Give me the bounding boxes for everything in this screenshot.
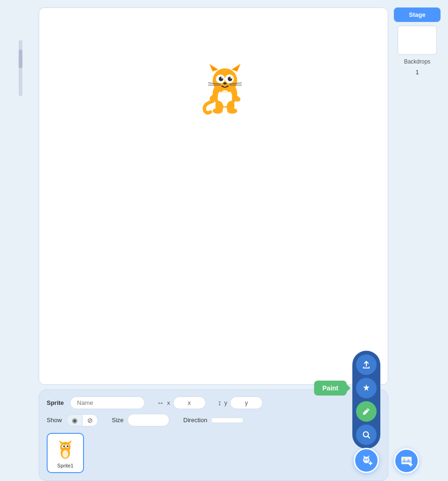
sprite1-name: Sprite1	[57, 463, 74, 468]
paint-icon	[362, 407, 371, 416]
add-backdrop-button[interactable]	[394, 448, 419, 474]
surprise-icon	[362, 383, 371, 393]
show-hidden-button[interactable]: ⊘	[83, 415, 98, 426]
svg-point-42	[364, 459, 366, 460]
x-coord-group: ↔ x	[157, 396, 206, 409]
paint-sprite-button[interactable]	[356, 401, 377, 422]
show-buttons: ◉ ⊘	[67, 414, 98, 426]
search-icon	[362, 430, 371, 439]
svg-line-37	[368, 437, 370, 439]
y-coord-group: ↕ y	[218, 396, 263, 409]
sprite-item-1[interactable]: Sprite1	[47, 433, 84, 473]
sprite-top-row: Sprite ↔ x ↕ y	[47, 396, 380, 409]
x-label: x	[167, 399, 170, 406]
size-input[interactable]	[127, 414, 169, 426]
direction-button[interactable]	[211, 417, 244, 423]
scrollbar-thumb[interactable]	[19, 50, 22, 68]
svg-point-23	[227, 108, 237, 113]
stage-area: Sprite ↔ x ↕ y Show ◉	[39, 7, 388, 481]
svg-point-39	[363, 457, 370, 463]
svg-point-12	[230, 77, 232, 79]
add-sprite-button[interactable]	[354, 448, 379, 473]
y-input[interactable]	[230, 396, 263, 409]
show-visible-button[interactable]: ◉	[67, 415, 83, 426]
svg-point-43	[367, 459, 369, 460]
sprite1-thumbnail	[54, 438, 77, 461]
eye-open-icon: ◉	[72, 417, 77, 424]
scratch-cat-sprite	[197, 59, 253, 115]
upload-sprite-button[interactable]	[356, 354, 377, 375]
y-label: y	[224, 399, 228, 406]
backdrops-count: 1	[415, 69, 419, 76]
y-arrows-icon: ↕	[218, 399, 222, 407]
eye-closed-icon: ⊘	[87, 417, 93, 424]
float-menu-popup	[352, 351, 380, 449]
search-sprite-button[interactable]	[356, 424, 377, 445]
upload-icon	[362, 360, 371, 369]
stage-tab[interactable]: Stage	[394, 7, 441, 22]
svg-point-24	[220, 90, 230, 102]
svg-point-47	[403, 458, 405, 460]
sprite-panel: Sprite ↔ x ↕ y Show ◉	[39, 389, 388, 481]
paint-label: Paint	[314, 381, 347, 396]
svg-rect-46	[401, 457, 412, 464]
stage-preview-thumbnail[interactable]	[398, 26, 437, 55]
sprite1-cat-icon	[55, 439, 76, 460]
left-panel	[7, 7, 33, 481]
backdrops-label: Backdrops	[404, 58, 431, 65]
svg-point-34	[63, 450, 69, 458]
cat-plus-icon	[360, 454, 373, 467]
float-action-menu: Paint	[352, 351, 380, 473]
surprise-sprite-button[interactable]	[356, 378, 377, 398]
sprites-area: Sprite1	[47, 433, 380, 473]
svg-point-13	[223, 82, 226, 85]
direction-group: Direction	[183, 417, 244, 424]
size-group: Size	[112, 414, 169, 426]
x-input[interactable]	[173, 396, 206, 409]
show-label: Show	[47, 417, 62, 424]
direction-label: Direction	[183, 417, 207, 424]
add-backdrop-icon	[400, 454, 413, 467]
size-label: Size	[112, 417, 124, 424]
svg-point-31	[67, 446, 69, 447]
svg-point-30	[63, 446, 65, 447]
svg-point-11	[221, 77, 223, 79]
scrollbar-track[interactable]	[19, 40, 22, 96]
sprite-label: Sprite	[47, 399, 65, 406]
right-column: Stage Backdrops 1	[394, 7, 441, 481]
svg-point-22	[212, 108, 223, 113]
stage-canvas	[39, 7, 388, 385]
x-arrows-icon: ↔	[157, 399, 164, 407]
sprite-name-input[interactable]	[70, 396, 145, 409]
right-panel: Stage Backdrops 1	[394, 7, 441, 76]
sprite-second-row: Show ◉ ⊘ Size Direction	[47, 414, 380, 426]
